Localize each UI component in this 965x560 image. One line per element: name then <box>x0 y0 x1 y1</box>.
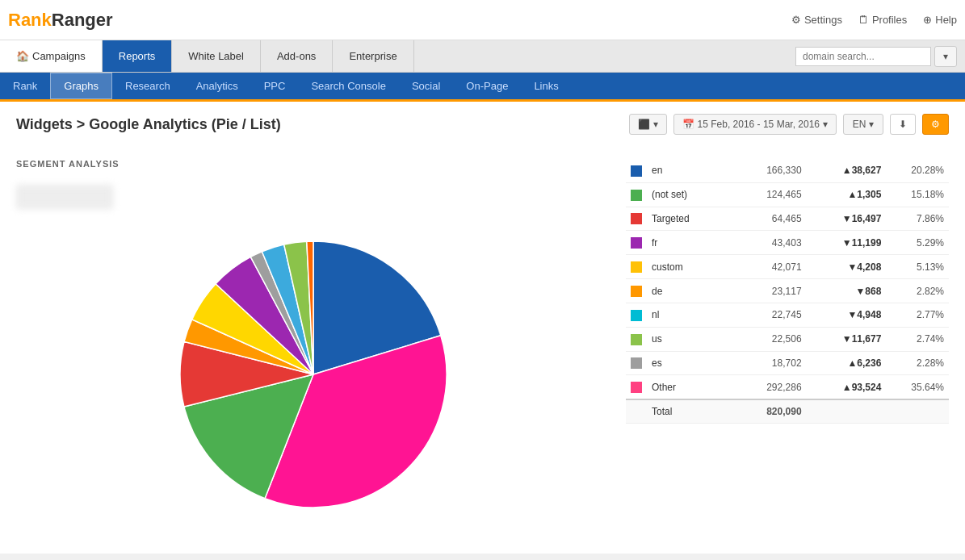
nav-addons[interactable]: Add-ons <box>261 40 333 72</box>
nav-enterprise[interactable]: Enterprise <box>333 40 413 72</box>
color-swatch <box>631 382 642 393</box>
help-link[interactable]: ⊕ Help <box>923 14 957 26</box>
profiles-label: Profiles <box>872 14 907 26</box>
lang-label: EN <box>853 119 866 130</box>
legend-pct: 5.29% <box>886 231 949 255</box>
home-icon: 🏠 <box>16 50 29 62</box>
legend-change: ▼4,208 <box>807 255 887 279</box>
dropdown-arrow: ▾ <box>653 119 658 130</box>
download-btn[interactable]: ⬇ <box>890 114 916 135</box>
legend-value: 43,403 <box>738 231 807 255</box>
secondary-nav: Rank Graphs Research Analytics PPC Searc… <box>0 73 965 102</box>
legend-row: es 18,702 ▲6,236 2.28% <box>626 351 949 375</box>
legend-row: (not set) 124,465 ▲1,305 15.18% <box>626 182 949 207</box>
help-icon: ⊕ <box>923 14 932 26</box>
color-swatch <box>631 261 642 273</box>
cube-icon: ⬛ <box>638 119 650 130</box>
legend-name: Other <box>647 375 738 399</box>
nav-links[interactable]: Links <box>521 73 571 99</box>
legend-change: ▼16,497 <box>807 207 887 231</box>
legend-name: us <box>647 327 738 351</box>
primary-nav: 🏠 Campaigns Reports White Label Add-ons … <box>0 40 965 73</box>
domain-select-container: ▾ <box>787 40 965 72</box>
legend-value: 22,745 <box>738 303 807 327</box>
date-range-btn[interactable]: 📅 15 Feb, 2016 - 15 Mar, 2016 ▾ <box>673 114 837 135</box>
legend-area: en 166,330 ▲38,627 20.28% (not set) 124,… <box>626 151 949 532</box>
legend-change: ▲1,305 <box>807 182 887 207</box>
content-area: Widgets > Google Analytics (Pie / List) … <box>0 102 965 554</box>
legend-name: fr <box>647 231 738 255</box>
color-swatch <box>631 237 642 249</box>
legend-change: ▼11,677 <box>807 327 887 351</box>
widget-type-btn[interactable]: ⬛ ▾ <box>629 114 667 135</box>
legend-pct: 7.86% <box>886 207 949 231</box>
pie-container <box>16 225 610 524</box>
nav-onpage[interactable]: On-Page <box>453 73 521 99</box>
color-swatch <box>631 357 642 369</box>
legend-row: nl 22,745 ▼4,948 2.77% <box>626 303 949 327</box>
top-bar: RankRanger ⚙ Settings 🗒 Profiles ⊕ Help <box>0 0 965 40</box>
gear-icon: ⚙ <box>931 119 940 130</box>
nav-searchconsole[interactable]: Search Console <box>298 73 399 99</box>
legend-name: (not set) <box>647 182 738 207</box>
legend-row: de 23,117 ▼868 2.82% <box>626 279 949 303</box>
legend-pct: 2.74% <box>886 327 949 351</box>
legend-value: 22,506 <box>738 327 807 351</box>
legend-row: en 166,330 ▲38,627 20.28% <box>626 159 949 182</box>
help-label: Help <box>935 14 957 26</box>
nav-social[interactable]: Social <box>399 73 453 99</box>
color-swatch <box>631 286 642 297</box>
legend-pct: 2.28% <box>886 351 949 375</box>
legend-value: 64,465 <box>738 207 807 231</box>
legend-pct: 5.13% <box>886 255 949 279</box>
settings-gear-btn[interactable]: ⚙ <box>922 114 949 135</box>
settings-link[interactable]: ⚙ Settings <box>791 14 842 26</box>
content-header: Widgets > Google Analytics (Pie / List) … <box>16 114 949 135</box>
legend-pct: 20.28% <box>886 159 949 182</box>
legend-name: en <box>647 159 738 182</box>
legend-row: Targeted 64,465 ▼16,497 7.86% <box>626 207 949 231</box>
logo-rank: Rank <box>8 10 52 30</box>
profiles-icon: 🗒 <box>858 14 869 26</box>
nav-rank[interactable]: Rank <box>0 73 50 99</box>
nav-ppc[interactable]: PPC <box>251 73 299 99</box>
segment-selector[interactable] <box>16 185 113 209</box>
nav-research[interactable]: Research <box>112 73 183 99</box>
legend-change: ▲38,627 <box>807 159 887 182</box>
legend-value: 292,286 <box>738 375 807 399</box>
profiles-link[interactable]: 🗒 Profiles <box>858 14 907 26</box>
settings-icon: ⚙ <box>791 14 801 26</box>
legend-name: de <box>647 279 738 303</box>
nav-whitelabel[interactable]: White Label <box>172 40 261 72</box>
nav-graphs[interactable]: Graphs <box>50 73 112 99</box>
top-actions: ⚙ Settings 🗒 Profiles ⊕ Help <box>791 14 957 26</box>
nav-campaigns[interactable]: 🏠 Campaigns <box>0 40 103 72</box>
download-icon: ⬇ <box>899 119 907 130</box>
legend-name: Targeted <box>647 207 738 231</box>
nav-analytics[interactable]: Analytics <box>183 73 251 99</box>
legend-change: ▼4,948 <box>807 303 887 327</box>
legend-name: es <box>647 351 738 375</box>
total-value: 820,090 <box>738 399 807 424</box>
page-title: Widgets > Google Analytics (Pie / List) <box>16 116 629 133</box>
legend-value: 18,702 <box>738 351 807 375</box>
language-btn[interactable]: EN ▾ <box>843 114 883 135</box>
legend-table: en 166,330 ▲38,627 20.28% (not set) 124,… <box>626 159 949 424</box>
legend-row: custom 42,071 ▼4,208 5.13% <box>626 255 949 279</box>
nav-reports[interactable]: Reports <box>103 40 173 72</box>
legend-change: ▼868 <box>807 279 887 303</box>
domain-search-input[interactable] <box>795 47 931 66</box>
legend-row: Other 292,286 ▲93,524 35.64% <box>626 375 949 399</box>
calendar-icon: 📅 <box>682 119 694 130</box>
color-swatch <box>631 190 642 201</box>
logo-ranger: Ranger <box>52 10 113 30</box>
legend-row: us 22,506 ▼11,677 2.74% <box>626 327 949 351</box>
domain-dropdown-btn[interactable]: ▾ <box>934 46 957 67</box>
segment-analysis-label: SEGMENT ANALYSIS <box>16 159 610 169</box>
legend-pct: 15.18% <box>886 182 949 207</box>
legend-total-row: Total 820,090 <box>626 399 949 424</box>
legend-name: custom <box>647 255 738 279</box>
color-swatch <box>631 165 642 177</box>
chart-area: SEGMENT ANALYSIS <box>16 151 610 532</box>
date-range-label: 15 Feb, 2016 - 15 Mar, 2016 <box>698 119 820 130</box>
